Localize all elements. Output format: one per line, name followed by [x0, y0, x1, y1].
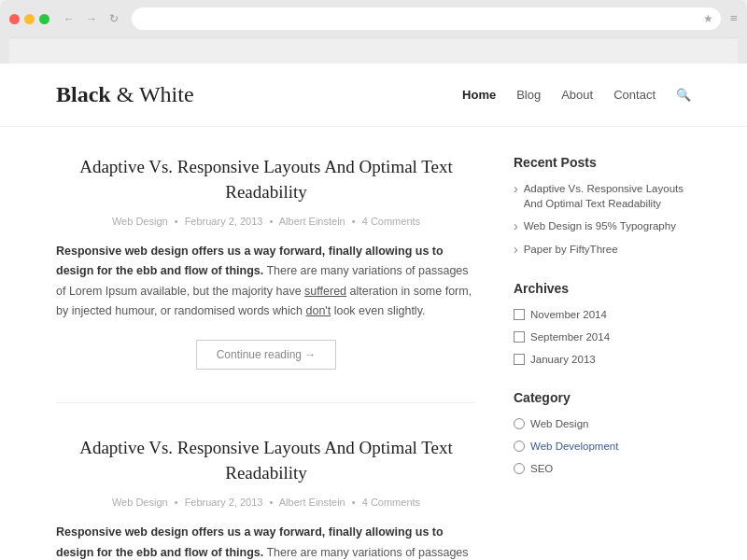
- article-1-date: February 2, 2013: [185, 216, 263, 227]
- article-1: Adaptive Vs. Responsive Layouts And Opti…: [56, 155, 476, 403]
- list-item: Web Design is 95% Typography: [514, 218, 691, 234]
- category-web-development[interactable]: Web Development: [530, 439, 618, 454]
- site-nav: Home Blog About Contact 🔍: [462, 88, 691, 103]
- article-2-category[interactable]: Web Design: [112, 497, 168, 508]
- list-item: SEO: [514, 461, 691, 476]
- dot-red[interactable]: [9, 14, 20, 24]
- browser-dots: [9, 14, 49, 24]
- list-item: Paper by FiftyThree: [514, 242, 691, 258]
- article-2-title: Adaptive Vs. Responsive Layouts And Opti…: [56, 436, 476, 485]
- article-1-author: Albert Einstein: [279, 216, 345, 227]
- list-item: January 2013: [514, 352, 691, 367]
- article-1-meta: Web Design • February 2, 2013 • Albert E…: [56, 216, 476, 227]
- recent-post-1-link[interactable]: Adaptive Vs. Responsive Layouts And Opti…: [524, 181, 691, 211]
- list-item: Adaptive Vs. Responsive Layouts And Opti…: [514, 181, 691, 211]
- nav-blog[interactable]: Blog: [516, 88, 541, 102]
- sidebar-recent-posts: Recent Posts Adaptive Vs. Responsive Lay…: [514, 155, 691, 258]
- article-1-comments[interactable]: 4 Comments: [362, 216, 420, 227]
- browser-titlebar: ← → ↻ ★ ≡: [9, 7, 738, 30]
- site-wrapper: Black & White Home Blog About Contact 🔍 …: [0, 63, 747, 560]
- search-icon[interactable]: 🔍: [676, 88, 691, 103]
- sidebar-recent-posts-title: Recent Posts: [514, 155, 691, 170]
- address-bar[interactable]: ★: [132, 7, 721, 30]
- back-button[interactable]: ←: [61, 10, 78, 27]
- article-2-date: February 2, 2013: [185, 497, 263, 508]
- browser-menu-button[interactable]: ≡: [730, 11, 738, 26]
- list-item: Web Design: [514, 416, 691, 431]
- article-2: Adaptive Vs. Responsive Layouts And Opti…: [56, 436, 476, 560]
- sidebar-category-title: Category: [514, 390, 691, 405]
- article-1-excerpt: Responsive web design offers us a way fo…: [56, 242, 476, 321]
- article-2-meta: Web Design • February 2, 2013 • Albert E…: [56, 497, 476, 508]
- logo-bold: Black: [56, 82, 111, 106]
- article-1-category[interactable]: Web Design: [112, 216, 168, 227]
- article-1-title: Adaptive Vs. Responsive Layouts And Opti…: [56, 155, 476, 204]
- sidebar-archives: Archives November 2014 September 2014 Ja…: [514, 281, 691, 367]
- article-2-comments[interactable]: 4 Comments: [362, 497, 420, 508]
- continue-reading-button-1[interactable]: Continue reading →: [196, 340, 336, 370]
- site-logo: Black & White: [56, 82, 194, 107]
- sidebar-category: Category Web Design Web Development SEO: [514, 390, 691, 476]
- archive-sep-2014[interactable]: September 2014: [530, 329, 610, 344]
- archive-nov-2014[interactable]: November 2014: [530, 307, 607, 322]
- site-content: Adaptive Vs. Responsive Layouts And Opti…: [0, 127, 747, 560]
- archive-jan-2013[interactable]: January 2013: [530, 352, 596, 367]
- sidebar: Recent Posts Adaptive Vs. Responsive Lay…: [514, 155, 691, 560]
- sidebar-category-list: Web Design Web Development SEO: [514, 416, 691, 476]
- dot-green[interactable]: [39, 14, 49, 24]
- category-seo[interactable]: SEO: [530, 461, 553, 476]
- site-header: Black & White Home Blog About Contact 🔍: [0, 63, 747, 127]
- recent-post-2-link[interactable]: Web Design is 95% Typography: [524, 218, 676, 233]
- main-content: Adaptive Vs. Responsive Layouts And Opti…: [56, 155, 476, 560]
- article-2-author: Albert Einstein: [279, 497, 345, 508]
- bookmark-icon[interactable]: ★: [703, 12, 713, 26]
- list-item: November 2014: [514, 307, 691, 322]
- logo-rest: & White: [111, 82, 194, 106]
- nav-about[interactable]: About: [561, 88, 593, 102]
- sidebar-archives-title: Archives: [514, 281, 691, 296]
- category-web-design[interactable]: Web Design: [530, 416, 588, 431]
- forward-button[interactable]: →: [83, 10, 100, 27]
- article-2-excerpt: Responsive web design offers us a way fo…: [56, 523, 476, 560]
- sidebar-recent-posts-list: Adaptive Vs. Responsive Layouts And Opti…: [514, 181, 691, 258]
- sidebar-archives-list: November 2014 September 2014 January 201…: [514, 307, 691, 367]
- browser-chrome: ← → ↻ ★ ≡: [0, 0, 747, 63]
- dot-yellow[interactable]: [24, 14, 35, 24]
- refresh-button[interactable]: ↻: [106, 10, 122, 27]
- browser-toolbar: [9, 37, 738, 63]
- recent-post-3-link[interactable]: Paper by FiftyThree: [524, 242, 618, 257]
- browser-nav: ← → ↻: [61, 10, 122, 27]
- nav-home[interactable]: Home: [462, 88, 496, 102]
- nav-contact[interactable]: Contact: [613, 88, 655, 102]
- list-item: Web Development: [514, 439, 691, 454]
- list-item: September 2014: [514, 329, 691, 344]
